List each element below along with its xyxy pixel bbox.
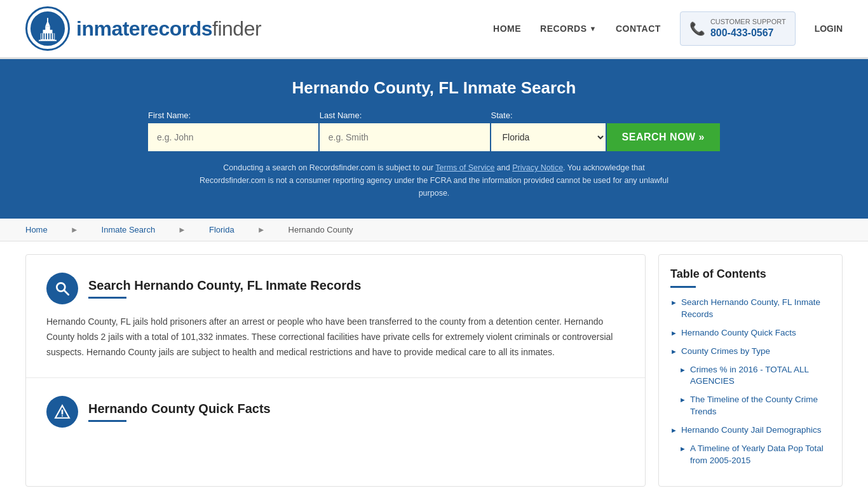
toc-item-4: ► Crimes % in 2016 - TOTAL ALL AGENCIES <box>670 364 831 388</box>
section-text-search: Hernando County, FL jails hold prisoners… <box>46 315 625 360</box>
breadcrumb-home[interactable]: Home <box>25 225 48 234</box>
toc-divider <box>670 286 696 288</box>
privacy-link[interactable]: Privacy Notice <box>512 163 563 172</box>
toc-link-4[interactable]: ► Crimes % in 2016 - TOTAL ALL AGENCIES <box>679 364 831 388</box>
svg-rect-7 <box>43 33 44 39</box>
breadcrumb-sep-1: ► <box>71 225 79 234</box>
chevron-right-icon: ► <box>670 298 677 308</box>
state-group: State: Florida Alabama Alaska Arizona Ca… <box>491 111 606 151</box>
logo-icon <box>25 6 70 51</box>
chevron-down-icon: ▼ <box>590 25 597 32</box>
logo-text: inmaterecordsfinder <box>76 17 261 41</box>
svg-rect-9 <box>48 33 50 39</box>
toc-item-6: ► Hernando County Jail Demographics <box>670 424 831 437</box>
section-title-search: Search Hernando County, FL Inmate Record… <box>88 278 361 293</box>
breadcrumb-inmate-search[interactable]: Inmate Search <box>102 225 156 234</box>
search-button[interactable]: SEARCH NOW » <box>607 123 720 151</box>
svg-line-14 <box>64 290 69 295</box>
logo-area: inmaterecordsfinder <box>25 6 261 51</box>
section-header-facts: Hernando County Quick Facts <box>46 396 625 428</box>
svg-rect-11 <box>53 33 54 39</box>
last-name-label: Last Name: <box>320 111 362 120</box>
toc-link-2[interactable]: ► Hernando County Quick Facts <box>670 327 831 339</box>
chevron-right-icon: ► <box>679 444 686 454</box>
nav-home[interactable]: HOME <box>493 24 521 34</box>
search-icon <box>54 280 71 297</box>
section-search: Search Hernando County, FL Inmate Record… <box>26 255 645 378</box>
toc-item-2: ► Hernando County Quick Facts <box>670 327 831 339</box>
state-label: State: <box>491 111 513 120</box>
svg-rect-8 <box>46 33 47 39</box>
hero-banner: Hernando County, FL Inmate Search First … <box>0 59 868 219</box>
article: Search Hernando County, FL Inmate Record… <box>25 254 646 487</box>
breadcrumb-sep-3: ► <box>257 225 266 234</box>
section-header-search: Search Hernando County, FL Inmate Record… <box>46 273 625 304</box>
first-name-label: First Name: <box>148 111 191 120</box>
state-select[interactable]: Florida Alabama Alaska Arizona Californi… <box>491 123 606 151</box>
search-form: First Name: Last Name: State: Florida Al… <box>148 111 720 151</box>
nav-contact[interactable]: CONTACT <box>616 24 661 34</box>
main-nav: HOME RECORDS ▼ CONTACT 📞 CUSTOMER SUPPOR… <box>493 11 843 45</box>
chevron-right-icon: ► <box>679 365 686 375</box>
section-title-underline-facts <box>88 420 126 422</box>
toc-item-5: ► The Timeline of the County Crime Trend… <box>670 394 831 418</box>
first-name-input[interactable] <box>148 123 318 151</box>
svg-rect-6 <box>41 33 43 39</box>
toc-link-6[interactable]: ► Hernando County Jail Demographics <box>670 424 831 437</box>
svg-point-17 <box>62 416 63 417</box>
chevron-right-icon: ► <box>679 395 686 405</box>
toc-box: Table of Contents ► Search Hernando Coun… <box>658 254 843 487</box>
toc-item-7: ► A Timeline of Yearly Data Pop Total fr… <box>670 443 831 467</box>
toc-link-7[interactable]: ► A Timeline of Yearly Data Pop Total fr… <box>679 443 831 467</box>
toc-item-1: ► Search Hernando County, FL Inmate Reco… <box>670 297 831 321</box>
breadcrumb-sep-2: ► <box>178 225 186 234</box>
site-header: inmaterecordsfinder HOME RECORDS ▼ CONTA… <box>0 0 868 59</box>
nav-login[interactable]: LOGIN <box>815 24 843 34</box>
svg-rect-5 <box>47 18 48 22</box>
svg-rect-10 <box>51 33 52 39</box>
toc-link-5[interactable]: ► The Timeline of the County Crime Trend… <box>679 394 831 418</box>
search-section-icon <box>46 273 78 304</box>
chevron-right-icon: ► <box>670 426 677 435</box>
section-title-facts: Hernando County Quick Facts <box>88 402 271 416</box>
facts-section-icon <box>46 396 78 428</box>
toc-link-1[interactable]: ► Search Hernando County, FL Inmate Reco… <box>670 297 831 321</box>
info-icon <box>54 403 71 420</box>
headphone-icon: 📞 <box>689 21 705 36</box>
toc-link-3[interactable]: ► County Crimes by Type <box>670 346 831 358</box>
toc-list: ► Search Hernando County, FL Inmate Reco… <box>670 297 831 467</box>
last-name-group: Last Name: <box>320 111 490 151</box>
last-name-input[interactable] <box>320 123 490 151</box>
section-title-underline-search <box>88 297 126 299</box>
hero-disclaimer: Conducting a search on Recordsfinder.com… <box>196 161 672 200</box>
toc-title: Table of Contents <box>670 268 831 281</box>
toc-item-3: ► County Crimes by Type <box>670 346 831 358</box>
svg-rect-3 <box>45 26 50 30</box>
chevron-right-icon: ► <box>670 347 677 356</box>
section-facts: Hernando County Quick Facts <box>26 378 645 453</box>
breadcrumb-florida[interactable]: Florida <box>209 225 234 234</box>
chevron-right-icon: ► <box>670 329 677 338</box>
breadcrumb: Home ► Inmate Search ► Florida ► Hernand… <box>0 219 868 241</box>
tos-link[interactable]: Terms of Service <box>435 163 494 172</box>
breadcrumb-current: Hernando County <box>288 225 353 234</box>
customer-support-box: 📞 CUSTOMER SUPPORT 800-433-0567 <box>680 11 796 45</box>
first-name-group: First Name: <box>148 111 318 151</box>
nav-records[interactable]: RECORDS ▼ <box>540 24 597 34</box>
main-content: Search Hernando County, FL Inmate Record… <box>0 241 868 488</box>
sidebar: Table of Contents ► Search Hernando Coun… <box>658 254 843 487</box>
page-title: Hernando County, FL Inmate Search <box>25 78 843 98</box>
svg-rect-12 <box>39 40 57 41</box>
